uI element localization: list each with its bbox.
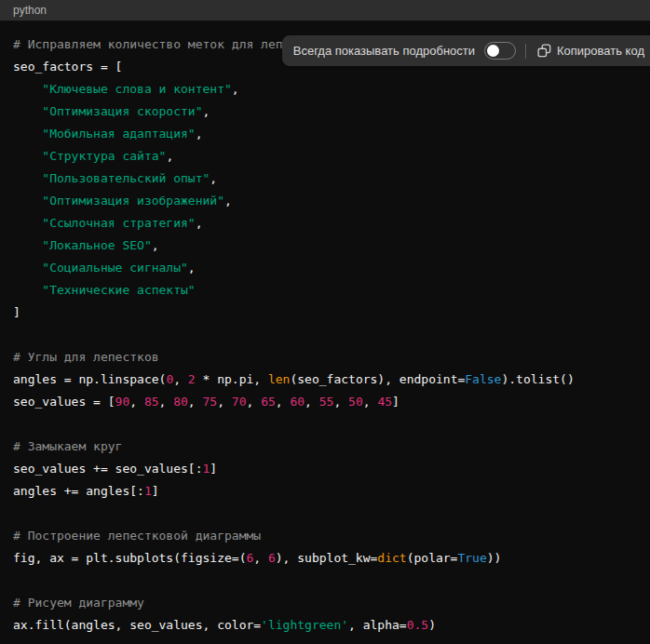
code-line [13, 570, 637, 592]
code-line: "Ссылочная стратегия", [13, 212, 637, 235]
code-line: # Замыкаем круг [13, 436, 637, 458]
copy-icon [537, 44, 551, 58]
always-show-details-toggle[interactable] [484, 42, 516, 60]
code-line [13, 324, 637, 346]
toggle-knob [487, 45, 499, 57]
code-line: ax.fill(angles, seo_values, color='light… [13, 614, 637, 637]
code-line: "Ключевые слова и контент", [13, 78, 637, 101]
code-line: "Оптимизация скорости", [13, 101, 637, 123]
copy-code-button[interactable]: Копировать код [535, 44, 646, 58]
code-line: "Технические аспекты" [13, 279, 637, 302]
code-line [13, 413, 637, 436]
code-line: "Социальные сигналы", [13, 257, 637, 279]
code-block-header: python [0, 0, 650, 21]
code-line: # Построение лепестковой диаграммы [13, 525, 637, 547]
code-line: angles += angles[:1] [13, 480, 637, 503]
code-line: "Мобильная адаптация", [13, 123, 637, 145]
always-show-details-label: Всегда показывать подробности [293, 44, 475, 58]
code-line: "Оптимизация изображений", [13, 190, 637, 212]
code-line: angles = np.linspace(0, 2 * np.pi, len(s… [13, 369, 637, 391]
code-line: "Локальное SEO", [13, 235, 637, 257]
code-line: # Рисуем диаграмму [13, 592, 637, 614]
code-line: # Углы для лепестков [13, 346, 637, 369]
code-line: seo_values = [90, 85, 80, 75, 70, 65, 60… [13, 391, 637, 413]
code-language-label: python [13, 4, 47, 17]
code-line: seo_values += seo_values[:1] [13, 458, 637, 480]
code-line [13, 503, 637, 525]
code-line: "Структура сайта", [13, 145, 637, 168]
code-line: fig, ax = plt.subplots(figsize=(6, 6), s… [13, 547, 637, 570]
code-line: ] [13, 302, 637, 324]
code-content: # Исправляем количество меток для лепест… [0, 21, 650, 644]
copy-code-label: Копировать код [557, 44, 644, 58]
code-toolbar: Всегда показывать подробности Копировать… [282, 35, 650, 66]
code-line: "Пользовательский опыт", [13, 168, 637, 190]
toolbar-divider [525, 44, 526, 59]
